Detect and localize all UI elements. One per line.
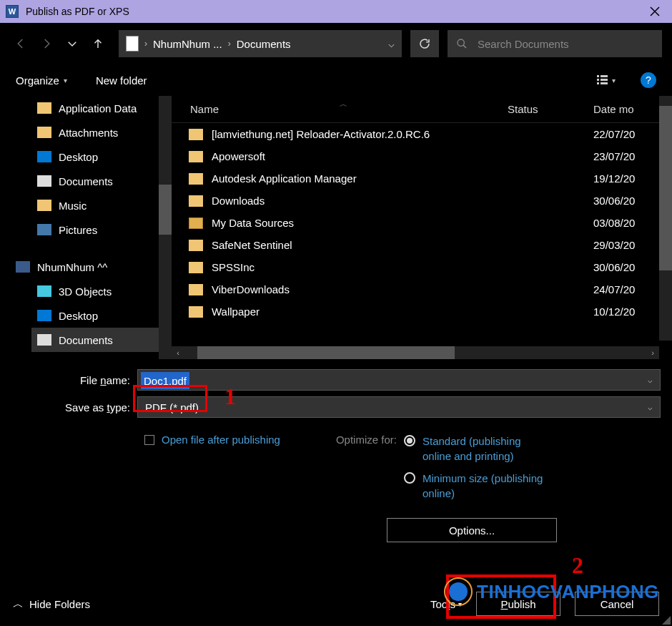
open-after-checkbox[interactable]: Open file after publishing [144, 434, 280, 446]
file-row[interactable]: [lamviethung.net] Reloader-Activator.2.0… [172, 123, 672, 145]
recent-dropdown[interactable] [61, 33, 83, 54]
help-button[interactable]: ? [641, 72, 656, 88]
file-row[interactable]: Downloads30/06/20 [172, 190, 672, 212]
folder-icon [37, 102, 51, 114]
annotation-1: 1 [224, 383, 236, 410]
svg-rect-2 [601, 75, 608, 77]
tree-item-pictures[interactable]: Pictures [31, 217, 172, 242]
address-dropdown-icon[interactable]: ⌵ [388, 37, 395, 50]
file-name: SPSSInc [212, 261, 593, 273]
file-row[interactable]: Apowersoft23/07/20 [172, 145, 672, 167]
view-menu[interactable]: ▾ [596, 72, 621, 88]
svg-rect-4 [601, 79, 608, 81]
file-row[interactable]: Wallpaper10/12/20 [172, 300, 672, 323]
resize-grip[interactable] [661, 615, 671, 625]
savetype-label: Save as type: [11, 401, 137, 414]
toolbar: Organize▾ New folder ▾ ? [0, 64, 672, 96]
file-name: Downloads [212, 195, 593, 207]
col-header-status[interactable]: Status [508, 103, 593, 115]
file-name: My Data Sources [212, 217, 593, 229]
breadcrumb-seg2[interactable]: Documents [237, 38, 291, 50]
breadcrumb-seg1[interactable]: NhumNhum ... [153, 38, 222, 50]
filelist-vscrollbar[interactable] [659, 96, 672, 341]
dropdown-icon[interactable]: ⌵ [648, 376, 653, 385]
tree-item-appdata[interactable]: Application Data [31, 96, 172, 120]
file-name: [lamviethung.net] Reloader-Activator.2.0… [212, 128, 593, 140]
folder-icon [189, 129, 203, 140]
file-name: Autodesk Application Manager [212, 172, 593, 185]
search-placeholder: Search Documents [478, 38, 569, 50]
hide-folders-button[interactable]: ︿ Hide Folders [13, 597, 90, 611]
folder-icon [189, 262, 203, 273]
hscroll-right-icon[interactable]: › [646, 348, 659, 357]
sort-asc-icon: ︿ [340, 99, 347, 109]
options-button[interactable]: Options... [387, 518, 557, 542]
word-icon: W [6, 5, 19, 18]
radio-minimum[interactable]: Minimum size (publishing online) [404, 471, 551, 501]
savetype-select[interactable]: PDF (*.pdf) ⌵ [137, 396, 661, 418]
computer-icon [16, 261, 30, 273]
file-row[interactable]: ViberDownloads24/07/20 [172, 278, 672, 300]
tree-item-music[interactable]: Music [31, 193, 172, 217]
svg-rect-5 [597, 82, 599, 84]
tree-item-attachments[interactable]: Attachments [31, 120, 172, 145]
folder-icon [189, 151, 203, 162]
sidebar-scrollbar[interactable] [159, 96, 172, 359]
folder-icon [37, 127, 51, 138]
file-list: [lamviethung.net] Reloader-Activator.2.0… [172, 123, 672, 323]
filename-label: File name: [11, 374, 137, 386]
folder-icon [189, 284, 203, 295]
titlebar: W Publish as PDF or XPS [0, 0, 672, 23]
optimize-label: Optimize for: [336, 434, 397, 508]
file-name: Apowersoft [212, 150, 593, 162]
tree-item-3dobjects[interactable]: 3D Objects [31, 279, 172, 303]
savetype-value: PDF (*.pdf) [145, 401, 199, 414]
pictures-icon [37, 224, 51, 235]
up-button[interactable] [87, 33, 109, 54]
refresh-button[interactable] [410, 30, 439, 57]
file-header: ︿Name Status Date mo [172, 96, 672, 123]
new-folder-button[interactable]: New folder [96, 74, 147, 87]
vscroll-thumb[interactable] [659, 106, 672, 270]
addressbar[interactable]: › NhumNhum ... › Documents ⌵ [119, 30, 402, 57]
hscroll-left-icon[interactable]: ‹ [172, 348, 184, 357]
watermark-icon [444, 577, 473, 606]
radio-minimum-label: Minimum size (publishing online) [423, 471, 551, 501]
search-input[interactable]: Search Documents [448, 30, 662, 57]
window-title: Publish as PDF or XPS [26, 6, 129, 17]
filename-value: Doc1.pdf [141, 372, 189, 389]
col-header-name[interactable]: ︿Name [172, 103, 508, 115]
radio-icon [404, 472, 415, 484]
back-button[interactable] [10, 33, 31, 54]
open-after-label: Open file after publishing [162, 434, 280, 446]
location-icon [126, 36, 139, 52]
organize-menu[interactable]: Organize▾ [16, 74, 67, 87]
chevron-up-icon: ︿ [13, 597, 24, 611]
sidebar-scroll-thumb[interactable] [159, 185, 172, 235]
desktop-icon [37, 151, 51, 162]
radio-standard-label: Standard (publishing online and printing… [423, 434, 551, 464]
document-icon [37, 334, 51, 346]
chevron-right-icon: › [144, 39, 147, 49]
document-icon [37, 175, 51, 187]
filelist-hscrollbar[interactable]: ‹ › [172, 346, 659, 359]
tree-item-desktop2[interactable]: Desktop [31, 303, 172, 328]
radio-standard[interactable]: Standard (publishing online and printing… [404, 434, 551, 464]
folder-icon [189, 195, 203, 207]
file-row[interactable]: Autodesk Application Manager19/12/20 [172, 167, 672, 190]
filename-input[interactable]: Doc1.pdf ⌵ [137, 369, 661, 391]
tree-item-desktop[interactable]: Desktop [31, 145, 172, 169]
file-row[interactable]: My Data Sources03/08/20 [172, 212, 672, 234]
dropdown-icon[interactable]: ⌵ [648, 403, 653, 412]
hscroll-thumb[interactable] [197, 346, 455, 359]
bottom-panel: File name: Doc1.pdf ⌵ Save as type: PDF … [0, 359, 672, 552]
search-icon [456, 38, 468, 49]
tree-item-computer[interactable]: NhumNhum ^^ [16, 255, 172, 279]
forward-button[interactable] [36, 33, 57, 54]
folder-icon [189, 306, 203, 318]
close-button[interactable] [643, 0, 666, 23]
file-row[interactable]: SPSSInc30/06/20 [172, 256, 672, 278]
tree-item-documents2[interactable]: Documents [31, 328, 172, 352]
tree-item-documents[interactable]: Documents [31, 169, 172, 193]
file-row[interactable]: SafeNet Sentinel29/03/20 [172, 234, 672, 256]
